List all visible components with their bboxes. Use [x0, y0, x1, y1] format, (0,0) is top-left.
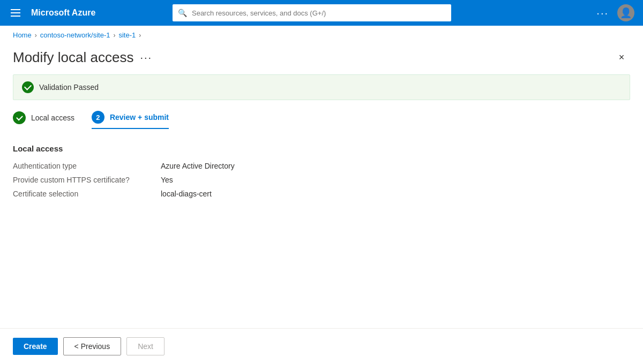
step-num-icon: 2 [92, 111, 104, 124]
breadcrumb: Home › contoso-network/site-1 › site-1 › [0, 26, 643, 44]
validation-banner: Validation Passed [13, 74, 630, 100]
page-options-icon[interactable]: ··· [140, 51, 152, 64]
search-input[interactable] [173, 4, 451, 21]
validation-check-icon [22, 81, 34, 93]
step-local-access[interactable]: Local access [13, 111, 74, 128]
avatar[interactable]: 👤 [617, 4, 634, 21]
step-review-submit[interactable]: 2 Review + submit [92, 111, 169, 129]
breadcrumb-site[interactable]: site-1 [118, 31, 136, 39]
field-label-0: Authentication type [13, 162, 152, 170]
step-check-icon [13, 111, 26, 124]
footer: Create < Previous Next [0, 328, 643, 364]
breadcrumb-network[interactable]: contoso-network/site-1 [40, 31, 110, 39]
topbar: Microsoft Azure 🔍 ··· 👤 [0, 0, 643, 26]
topbar-right: ··· 👤 [596, 4, 634, 21]
page-title: Modify local access [13, 49, 133, 66]
close-button[interactable]: × [613, 49, 630, 66]
steps-row: Local access 2 Review + submit [13, 111, 630, 131]
validation-text: Validation Passed [39, 83, 99, 92]
step-review-submit-label: Review + submit [110, 113, 169, 122]
field-value-1: Yes [161, 176, 630, 184]
app-title: Microsoft Azure [31, 8, 95, 18]
search-container: 🔍 [173, 4, 451, 21]
page-title-left: Modify local access ··· [13, 49, 152, 66]
breadcrumb-sep-1: › [35, 32, 37, 39]
page-title-row: Modify local access ··· × [13, 44, 630, 74]
more-options-icon[interactable]: ··· [596, 7, 609, 19]
section-title: Local access [13, 144, 630, 153]
field-value-0: Azure Active Directory [161, 162, 630, 170]
field-label-2: Certificate selection [13, 189, 152, 198]
step-local-access-label: Local access [31, 113, 74, 122]
breadcrumb-sep-3: › [139, 32, 141, 39]
main-content: Modify local access ··· × Validation Pas… [0, 44, 643, 198]
previous-button[interactable]: < Previous [63, 337, 122, 355]
hamburger-menu[interactable] [9, 7, 23, 19]
field-label-1: Provide custom HTTPS certificate? [13, 176, 152, 184]
breadcrumb-home[interactable]: Home [13, 31, 32, 39]
detail-table: Authentication type Azure Active Directo… [13, 162, 630, 198]
create-button[interactable]: Create [13, 338, 58, 355]
search-icon: 🔍 [178, 9, 187, 17]
field-value-2: local-diags-cert [161, 189, 630, 198]
breadcrumb-sep-2: › [113, 32, 115, 39]
next-button: Next [126, 337, 165, 355]
